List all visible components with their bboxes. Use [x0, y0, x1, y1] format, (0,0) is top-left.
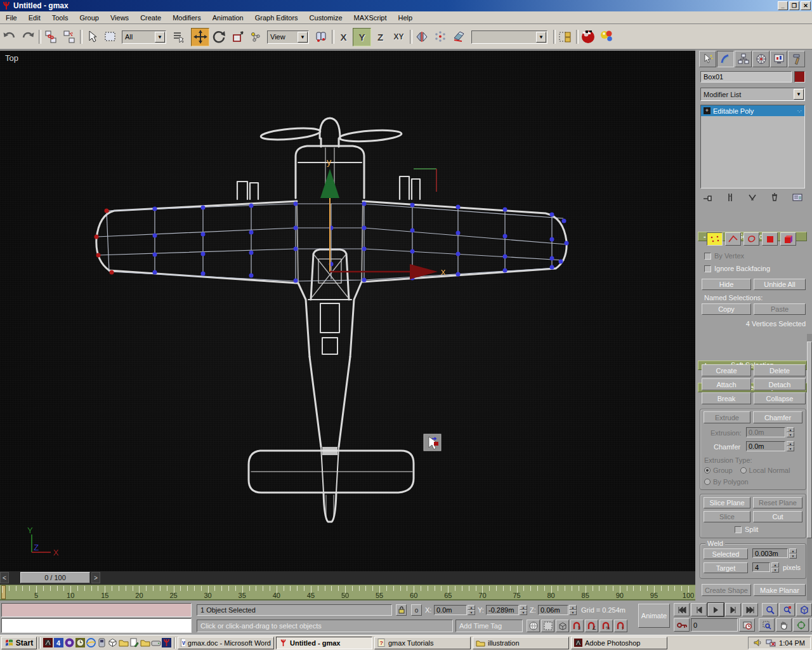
percent-snap-icon[interactable]: % — [599, 620, 613, 632]
quicklaunch-gmax-icon[interactable] — [161, 637, 172, 648]
previous-frame-arrow[interactable]: < — [0, 572, 9, 583]
maxscript-listener-white[interactable] — [1, 618, 192, 633]
quicklaunch-photoshop-icon[interactable] — [43, 637, 53, 648]
named-selection-sets-dropdown[interactable]: ▼ — [471, 30, 547, 44]
weld-target-button[interactable]: Target — [704, 562, 748, 573]
use-pivot-point-center-button[interactable] — [311, 28, 330, 46]
zoom-all-button[interactable] — [779, 603, 795, 616]
array-button[interactable] — [431, 28, 449, 46]
by-polygon-radio[interactable] — [704, 479, 710, 485]
dotted-region-icon[interactable] — [541, 620, 554, 632]
menu-modifiers[interactable]: Modifiers — [167, 12, 207, 23]
task-illustration[interactable]: illustration — [473, 637, 569, 649]
undo-button[interactable] — [0, 28, 18, 46]
chamfer-spinner-arrows[interactable]: ▲▼ — [787, 441, 794, 451]
weld-threshold-arrows[interactable]: ▲▼ — [789, 548, 797, 559]
menu-tools[interactable]: Tools — [46, 12, 74, 23]
show-end-result-icon[interactable] — [727, 193, 733, 203]
unhide-all-button[interactable]: Unhide All — [754, 279, 806, 290]
collapse-button[interactable]: Collapse — [754, 392, 806, 404]
isolate-sphere-icon[interactable] — [527, 620, 540, 632]
volume-icon[interactable] — [754, 639, 763, 647]
chamfer-spinner[interactable]: 0.0m — [746, 441, 785, 451]
x-coord-field[interactable]: 0.0m — [434, 605, 467, 615]
menu-help[interactable]: Help — [393, 12, 419, 23]
redo-button[interactable] — [18, 28, 37, 46]
menu-animation[interactable]: Animation — [207, 12, 249, 23]
time-configuration-button[interactable] — [739, 618, 755, 632]
detach-button[interactable]: Detach — [754, 378, 806, 390]
selection-lock-button[interactable] — [396, 604, 407, 616]
mirror-button[interactable] — [412, 28, 431, 46]
quicklaunch-3d-box-icon[interactable] — [107, 637, 118, 648]
current-frame-field[interactable]: 0 — [691, 618, 738, 632]
quicklaunch-drive-icon[interactable] — [150, 637, 161, 648]
zoom-extents-button[interactable] — [796, 603, 812, 616]
local-normal-radio[interactable] — [740, 467, 747, 474]
create-button[interactable]: Create — [702, 364, 751, 376]
weld-target-spinner[interactable]: 4 — [752, 562, 770, 572]
border-mode-button[interactable] — [743, 232, 759, 246]
quicklaunch-document-edit-icon[interactable] — [129, 637, 140, 648]
menu-edit[interactable]: Edit — [23, 12, 46, 23]
object-color-swatch[interactable] — [794, 71, 805, 83]
menu-file[interactable]: File — [0, 12, 23, 23]
move-gizmo[interactable]: x y — [320, 156, 446, 279]
tab-create[interactable] — [699, 51, 716, 67]
next-frame-button[interactable] — [725, 603, 741, 616]
edge-mode-button[interactable] — [725, 232, 741, 246]
play-animation-button[interactable] — [708, 603, 724, 616]
attach-button[interactable]: Attach — [702, 378, 751, 390]
make-planar-button[interactable]: Make Planar — [754, 584, 806, 596]
z-coord-arrows[interactable]: ▲▼ — [569, 605, 577, 615]
quicklaunch-folder2-icon[interactable] — [140, 637, 150, 648]
create-shape-button[interactable]: Create Shape — [702, 584, 751, 596]
weld-selected-button[interactable]: Selected — [704, 548, 748, 559]
region-zoom-button[interactable] — [759, 618, 775, 632]
select-and-manipulate-button[interactable] — [246, 28, 265, 46]
restrict-to-xy-plane-button[interactable]: XY — [390, 28, 408, 46]
quicklaunch-device-icon[interactable] — [96, 637, 107, 648]
reference-coordinate-system-dropdown[interactable]: View ▼ — [267, 30, 309, 44]
ignore-backfacing-checkbox[interactable] — [704, 265, 711, 272]
menu-graph-editors[interactable]: Graph Editors — [249, 12, 304, 23]
slice-button[interactable]: Slice — [704, 511, 750, 522]
extrusion-spinner[interactable]: 0.0m — [746, 427, 785, 437]
add-time-tag-button[interactable]: Add Time Tag — [455, 620, 523, 632]
dropdown-arrow-icon[interactable]: ▼ — [794, 89, 804, 100]
z-coord-field[interactable]: 0.06m — [538, 605, 568, 615]
polygon-mode-button[interactable] — [762, 232, 778, 246]
pin-stack-icon[interactable] — [703, 194, 713, 202]
quicklaunch-internet-explorer-icon[interactable] — [86, 637, 96, 648]
y-coord-field[interactable]: -0.289m — [486, 605, 519, 615]
close-button[interactable]: ✕ — [801, 1, 811, 10]
trackbar-ruler[interactable]: 5101520253035404550556065707580859095100 — [0, 585, 695, 600]
group-radio[interactable] — [704, 467, 710, 474]
select-and-rotate-button[interactable] — [209, 28, 228, 46]
cut-button[interactable]: Cut — [753, 511, 802, 522]
material-editor-button[interactable] — [579, 28, 597, 46]
reset-plane-button[interactable]: Reset Plane — [753, 497, 802, 508]
vertex-mode-button[interactable] — [707, 232, 723, 246]
quicklaunch-4-icon[interactable]: 4 — [53, 637, 64, 648]
panel-scrollbar-thumb[interactable] — [807, 342, 812, 538]
select-and-scale-button[interactable] — [228, 28, 246, 46]
zoom-button[interactable] — [762, 603, 778, 616]
task-photoshop[interactable]: Adobe Photoshop — [571, 637, 667, 649]
named-selection-set-icon[interactable] — [556, 28, 574, 46]
network-disconnected-icon[interactable]: ✕ — [766, 639, 776, 647]
slice-plane-button[interactable]: Slice Plane — [704, 497, 750, 508]
select-object-button[interactable] — [82, 28, 101, 46]
by-vertex-checkbox[interactable] — [704, 253, 711, 260]
quicklaunch-folder-icon[interactable] — [118, 637, 129, 648]
x-coord-arrows[interactable]: ▲▼ — [468, 605, 475, 615]
absolute-offset-toggle[interactable]: o — [411, 604, 422, 616]
dropdown-arrow-icon[interactable]: ▼ — [536, 32, 546, 43]
menu-maxscript[interactable]: MAXScript — [348, 12, 393, 23]
viewport-top[interactable]: Top — [0, 50, 695, 571]
tab-modify[interactable] — [717, 51, 734, 67]
tab-motion[interactable] — [752, 51, 769, 67]
render-button[interactable] — [597, 28, 615, 46]
select-and-link-icon[interactable] — [41, 28, 60, 46]
modifier-list-dropdown[interactable]: Modifier List ▼ — [700, 88, 805, 101]
